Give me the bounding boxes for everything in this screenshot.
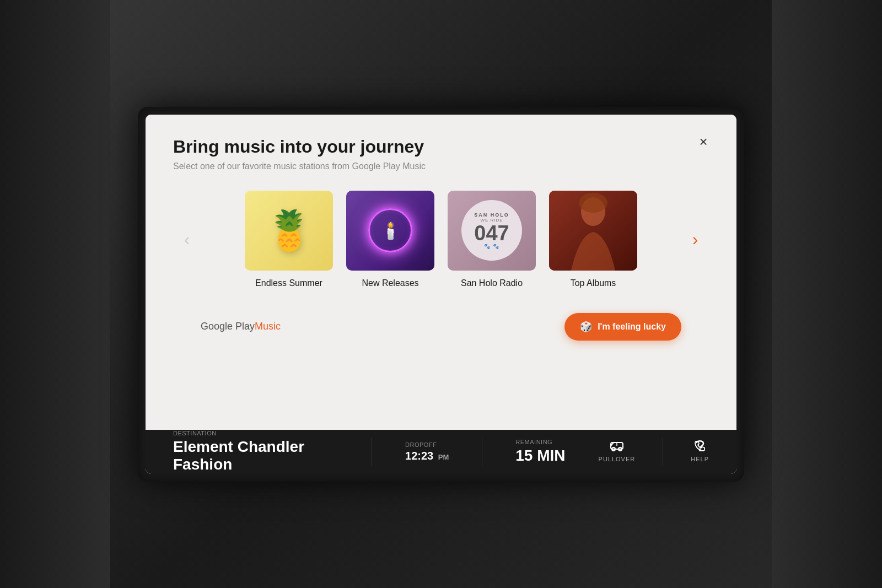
music-card-new-releases[interactable]: 🕯️ New Releases: [346, 191, 434, 288]
main-content: × Bring music into your journey Select o…: [146, 115, 736, 430]
action-divider: [663, 438, 663, 466]
help-label: HELP: [691, 456, 709, 462]
san-holo-title: SAN HOLO: [474, 212, 509, 218]
remaining-label: Remaining: [515, 439, 565, 445]
screen-container: × Bring music into your journey Select o…: [138, 107, 744, 482]
screen-inner: × Bring music into your journey Select o…: [146, 115, 736, 474]
headrest-left: [0, 0, 110, 588]
card-label-endless-summer: Endless Summer: [255, 278, 322, 288]
dropoff-time-value: 12:23: [405, 450, 433, 462]
dice-icon: 🎲: [580, 321, 592, 333]
svg-point-2: [579, 193, 607, 213]
candle-icon: 🕯️: [380, 221, 401, 240]
google-play-music-text: Music: [255, 321, 281, 332]
dropoff-period: PM: [438, 453, 449, 461]
help-icon: [692, 438, 708, 454]
page-subtitle: Select one of our favorite music station…: [173, 161, 709, 171]
pullover-icon: [609, 438, 625, 454]
carousel-prev-button[interactable]: ‹: [173, 225, 201, 253]
close-button[interactable]: ×: [692, 131, 714, 153]
status-divider-1: [372, 438, 372, 466]
music-card-top-albums[interactable]: Top Albums: [549, 191, 637, 288]
remaining-section: Remaining 15 MIN: [515, 439, 565, 465]
album-art-san-holo: SAN HOLO WE RIDE 047 🐾 🐾: [448, 191, 536, 271]
san-holo-number: 047: [474, 223, 509, 244]
carousel-next-button[interactable]: ›: [681, 225, 709, 253]
card-label-san-holo: San Holo Radio: [461, 278, 523, 288]
page-title: Bring music into your journey: [173, 137, 709, 157]
status-divider-2: [482, 438, 482, 466]
status-bar: Destination Element Chandler Fashion Dro…: [146, 430, 736, 474]
destination-label: Destination: [173, 430, 338, 436]
san-holo-circle: SAN HOLO WE RIDE 047 🐾 🐾: [461, 200, 522, 261]
carousel-items: 🍍 Endless Summer 🕯️: [201, 191, 681, 288]
destination-value: Element Chandler Fashion: [173, 438, 338, 473]
card-label-new-releases: New Releases: [362, 278, 418, 288]
card-label-top-albums: Top Albums: [571, 278, 616, 288]
neon-glow: 🕯️: [368, 208, 412, 252]
music-card-endless-summer[interactable]: 🍍 Endless Summer: [245, 191, 333, 288]
pineapple-icon: 🍍: [265, 208, 313, 253]
headrest-right: [772, 0, 882, 588]
album-art-new-releases: 🕯️: [346, 191, 434, 271]
status-actions: PULLOVER HELP: [599, 438, 709, 466]
feeling-lucky-button[interactable]: 🎲 I'm feeling lucky: [564, 313, 681, 341]
destination-section: Destination Element Chandler Fashion: [173, 430, 338, 473]
san-holo-icons: 🐾 🐾: [484, 244, 499, 249]
feeling-lucky-label: I'm feeling lucky: [598, 322, 666, 332]
dropoff-time: 12:23 PM: [405, 450, 449, 462]
neon-candle-art: 🕯️: [368, 208, 412, 252]
bottom-bar: Google Play Music 🎲 I'm feeling lucky: [173, 308, 709, 346]
google-play-logo: Google Play Music: [201, 321, 281, 332]
help-button[interactable]: HELP: [691, 438, 709, 466]
pullover-button[interactable]: PULLOVER: [599, 438, 636, 466]
carousel: ‹ 🍍 Endless Summer: [173, 191, 709, 288]
remaining-value: 15 MIN: [515, 447, 565, 465]
dropoff-label: Dropoff: [405, 441, 449, 448]
person-silhouette-art: [549, 191, 637, 271]
pullover-label: PULLOVER: [599, 456, 636, 462]
google-play-text: Google Play: [201, 321, 255, 332]
album-art-top-albums: [549, 191, 637, 271]
dropoff-section: Dropoff 12:23 PM: [405, 441, 449, 462]
music-card-san-holo[interactable]: SAN HOLO WE RIDE 047 🐾 🐾 San Holo Radio: [448, 191, 536, 288]
album-art-endless-summer: 🍍: [245, 191, 333, 271]
